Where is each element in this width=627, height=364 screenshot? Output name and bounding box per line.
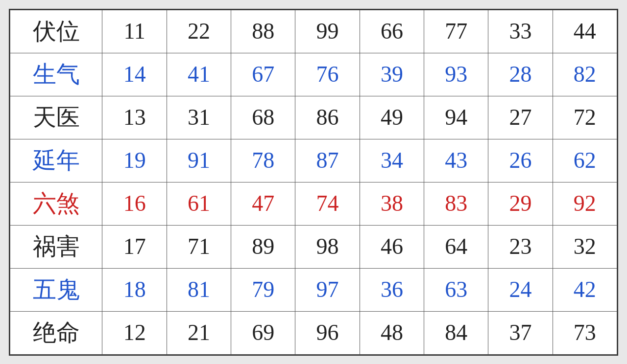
table-cell: 89 xyxy=(231,225,295,268)
table-cell: 14 xyxy=(102,53,167,96)
row-label: 祸害 xyxy=(10,225,102,268)
table-cell: 88 xyxy=(231,10,295,53)
table-cell: 11 xyxy=(102,10,167,53)
table-cell: 78 xyxy=(231,139,295,182)
table-cell: 76 xyxy=(295,53,360,96)
table-cell: 83 xyxy=(424,182,488,225)
table-cell: 22 xyxy=(167,10,231,53)
table-cell: 48 xyxy=(360,311,424,354)
table-cell: 98 xyxy=(295,225,360,268)
table-cell: 81 xyxy=(167,268,231,311)
table-cell: 61 xyxy=(167,182,231,225)
table-cell: 68 xyxy=(231,96,295,139)
table-cell: 12 xyxy=(102,311,167,354)
table-cell: 79 xyxy=(231,268,295,311)
table-cell: 31 xyxy=(167,96,231,139)
table-cell: 99 xyxy=(295,10,360,53)
table-row: 祸害1771899846642332 xyxy=(10,225,617,268)
table-row: 六煞1661477438832992 xyxy=(10,182,617,225)
table-cell: 77 xyxy=(424,10,488,53)
table-cell: 47 xyxy=(231,182,295,225)
table-row: 生气1441677639932882 xyxy=(10,53,617,96)
table-cell: 72 xyxy=(553,96,617,139)
table-row: 绝命1221699648843773 xyxy=(10,311,617,354)
row-label: 天医 xyxy=(10,96,102,139)
table-cell: 21 xyxy=(167,311,231,354)
main-table-container: 伏位1122889966773344生气1441677639932882天医13… xyxy=(9,9,618,356)
table-cell: 26 xyxy=(488,139,553,182)
table-cell: 23 xyxy=(488,225,553,268)
table-cell: 73 xyxy=(553,311,617,354)
table-cell: 32 xyxy=(553,225,617,268)
table-cell: 36 xyxy=(360,268,424,311)
table-cell: 67 xyxy=(231,53,295,96)
table-cell: 33 xyxy=(488,10,553,53)
table-cell: 38 xyxy=(360,182,424,225)
table-cell: 18 xyxy=(102,268,167,311)
table-cell: 16 xyxy=(102,182,167,225)
table-cell: 29 xyxy=(488,182,553,225)
table-cell: 37 xyxy=(488,311,553,354)
table-cell: 94 xyxy=(424,96,488,139)
table-cell: 49 xyxy=(360,96,424,139)
table-cell: 71 xyxy=(167,225,231,268)
table-row: 伏位1122889966773344 xyxy=(10,10,617,53)
table-row: 延年1991788734432662 xyxy=(10,139,617,182)
table-cell: 74 xyxy=(295,182,360,225)
table-cell: 64 xyxy=(424,225,488,268)
table-cell: 17 xyxy=(102,225,167,268)
table-row: 五鬼1881799736632442 xyxy=(10,268,617,311)
table-row: 天医1331688649942772 xyxy=(10,96,617,139)
table-cell: 28 xyxy=(488,53,553,96)
table-cell: 87 xyxy=(295,139,360,182)
table-cell: 43 xyxy=(424,139,488,182)
table-cell: 82 xyxy=(553,53,617,96)
table-cell: 97 xyxy=(295,268,360,311)
table-cell: 39 xyxy=(360,53,424,96)
table-cell: 91 xyxy=(167,139,231,182)
table-cell: 24 xyxy=(488,268,553,311)
table-cell: 19 xyxy=(102,139,167,182)
row-label: 六煞 xyxy=(10,182,102,225)
table-cell: 96 xyxy=(295,311,360,354)
table-cell: 34 xyxy=(360,139,424,182)
row-label: 生气 xyxy=(10,53,102,96)
table-cell: 42 xyxy=(553,268,617,311)
table-cell: 13 xyxy=(102,96,167,139)
table-cell: 66 xyxy=(360,10,424,53)
table-cell: 63 xyxy=(424,268,488,311)
table-cell: 27 xyxy=(488,96,553,139)
table-cell: 86 xyxy=(295,96,360,139)
table-cell: 84 xyxy=(424,311,488,354)
table-cell: 44 xyxy=(553,10,617,53)
table-cell: 46 xyxy=(360,225,424,268)
data-table: 伏位1122889966773344生气1441677639932882天医13… xyxy=(10,10,617,355)
row-label: 绝命 xyxy=(10,311,102,354)
row-label: 延年 xyxy=(10,139,102,182)
table-cell: 62 xyxy=(553,139,617,182)
table-cell: 41 xyxy=(167,53,231,96)
table-cell: 92 xyxy=(553,182,617,225)
table-cell: 93 xyxy=(424,53,488,96)
row-label: 五鬼 xyxy=(10,268,102,311)
row-label: 伏位 xyxy=(10,10,102,53)
table-cell: 69 xyxy=(231,311,295,354)
